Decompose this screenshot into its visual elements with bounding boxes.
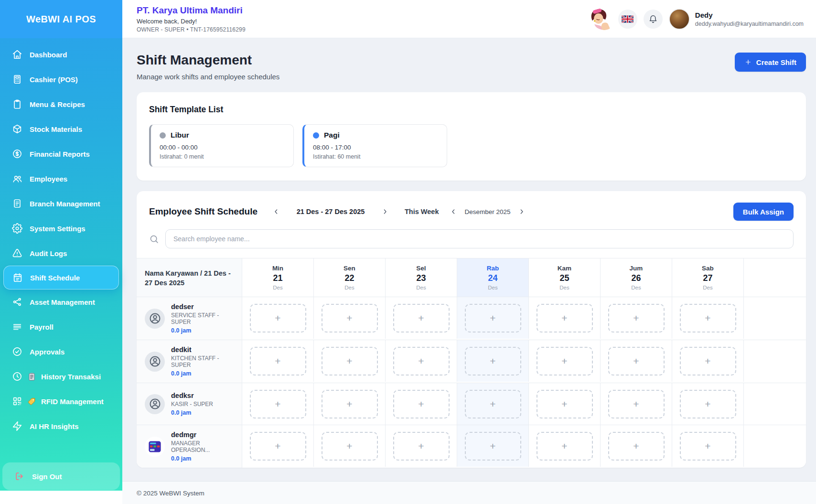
add-shift-button[interactable]: + (465, 304, 521, 332)
shift-cell-dedmgr-26: + (601, 425, 672, 467)
add-shift-button[interactable]: + (250, 390, 306, 418)
add-shift-button[interactable]: + (465, 347, 521, 375)
logout-icon (14, 471, 25, 482)
cash-lines-icon (12, 322, 22, 332)
month-prev-button[interactable] (446, 204, 461, 219)
notifications-button[interactable] (644, 10, 663, 29)
user-menu[interactable]: Dedy deddy.wahyudi@karyaultimamandiri.co… (669, 9, 804, 30)
add-shift-button[interactable]: + (680, 432, 736, 461)
add-shift-button[interactable]: + (608, 432, 665, 461)
employee-avatar (145, 437, 165, 457)
shift-cell-dedser-23: + (386, 297, 457, 339)
month-next-button[interactable] (515, 204, 529, 219)
add-shift-button[interactable]: + (393, 304, 450, 332)
create-shift-button[interactable]: Create Shift (735, 53, 806, 72)
add-shift-button[interactable]: + (322, 432, 378, 461)
employee-username: dedksr (171, 392, 213, 399)
shift-template-item[interactable]: Libur 00:00 - 00:00 Istirahat: 0 menit (149, 124, 294, 167)
add-shift-button[interactable]: + (608, 304, 665, 332)
sidebar-item-system-settings[interactable]: System Settings (0, 216, 122, 241)
add-shift-button[interactable]: + (680, 390, 736, 418)
welcome-text: Welcome back, Dedy! (137, 18, 246, 25)
sidebar-item-branch-management[interactable]: Branch Management (0, 191, 122, 216)
shift-template-list: Libur 00:00 - 00:00 Istirahat: 0 menit P… (149, 124, 794, 167)
empty-cell (744, 340, 806, 382)
employee-row-dedmgr: dedmgrMANAGER OPERASION...0.0 jam+++++++ (137, 425, 806, 468)
employee-avatar (145, 309, 165, 329)
template-break: Istirahat: 0 menit (160, 153, 285, 160)
employee-cell: dedkitKITCHEN STAFF - SUPER0.0 jam (137, 340, 242, 383)
shift-cell-dedmgr-23: + (386, 425, 457, 467)
clipboard-badge-icon (27, 372, 36, 381)
add-shift-button[interactable]: + (322, 304, 378, 332)
shift-cell-dedser-22: + (314, 297, 386, 339)
add-shift-button[interactable]: + (250, 347, 306, 375)
add-shift-button[interactable]: + (393, 347, 450, 375)
add-shift-button[interactable]: + (537, 390, 593, 418)
chevron-left-icon (450, 208, 457, 215)
shift-template-card: Shift Template List Libur 00:00 - 00:00 … (137, 92, 806, 181)
sidebar-item-employees[interactable]: Employees (0, 166, 122, 191)
employee-cell: dedmgrMANAGER OPERASION...0.0 jam (137, 425, 242, 468)
add-shift-button[interactable]: + (250, 432, 306, 461)
sidebar-item-label: System Settings (30, 225, 86, 233)
sidebar-item-label: Cashier (POS) (30, 75, 78, 84)
shift-cell-dedser-27: + (672, 297, 744, 339)
shift-cell-dedkit-22: + (314, 340, 386, 382)
shift-cell-dedksr-24: + (457, 383, 529, 425)
sidebar-item-audit-logs[interactable]: Audit Logs (0, 241, 122, 266)
sidebar-item-dashboard[interactable]: Dashboard (0, 42, 122, 67)
language-flag-button[interactable] (618, 10, 637, 29)
sidebar-item-rfid-management[interactable]: RFID Management (0, 389, 122, 414)
page-content: Shift Management Manage work shifts and … (122, 38, 816, 481)
add-shift-button[interactable]: + (680, 347, 736, 375)
sign-out-label: Sign Out (32, 472, 62, 481)
add-shift-button[interactable]: + (680, 304, 736, 332)
day-name: Rab (487, 265, 499, 272)
add-shift-button[interactable]: + (322, 347, 378, 375)
sidebar-item-label: Shift Schedule (30, 274, 80, 282)
bulk-assign-button[interactable]: Bulk Assign (733, 203, 794, 221)
sidebar-item-cashier-pos[interactable]: Cashier (POS) (0, 67, 122, 92)
sidebar-item-ai-hr-insights[interactable]: AI HR Insights (0, 414, 122, 439)
sidebar-item-approvals[interactable]: Approvals (0, 339, 122, 364)
clock-icon (12, 371, 22, 382)
day-date: 27 (703, 273, 712, 283)
add-shift-button[interactable]: + (537, 347, 593, 375)
shift-template-item[interactable]: Pagi 08:00 - 17:00 Istirahat: 60 menit (302, 124, 447, 167)
add-shift-button[interactable]: + (537, 432, 593, 461)
add-shift-button[interactable]: + (250, 304, 306, 332)
sidebar-item-payroll[interactable]: Payroll (0, 314, 122, 339)
employee-search-input[interactable] (165, 229, 794, 248)
sign-out-button[interactable]: Sign Out (2, 462, 120, 490)
template-time: 00:00 - 00:00 (160, 144, 285, 151)
day-date: 24 (488, 273, 497, 283)
template-color-dot (160, 132, 166, 139)
qr-code-icon (12, 396, 22, 407)
sidebar-item-asset-management[interactable]: Asset Management (0, 290, 122, 314)
add-shift-button[interactable]: + (608, 347, 665, 375)
add-shift-button[interactable]: + (322, 390, 378, 418)
add-shift-button[interactable]: + (608, 390, 665, 418)
shift-cell-dedmgr-21: + (242, 425, 314, 467)
sidebar-item-stock-materials[interactable]: Stock Materials (0, 117, 122, 141)
sidebar-item-financial-reports[interactable]: Financial Reports (0, 141, 122, 166)
sidebar-item-label: Dashboard (30, 51, 67, 59)
add-shift-button[interactable]: + (393, 432, 450, 461)
page-title: Shift Management (137, 53, 279, 68)
day-header-jum: Jum26Des (601, 258, 672, 297)
shift-cell-dedkit-23: + (386, 340, 457, 382)
sidebar-item-history-transaksi[interactable]: History Transaksi (0, 364, 122, 389)
add-shift-button[interactable]: + (393, 390, 450, 418)
shift-cell-dedksr-27: + (672, 383, 744, 425)
week-next-button[interactable] (378, 204, 392, 219)
add-shift-button[interactable]: + (537, 304, 593, 332)
add-shift-button[interactable]: + (465, 432, 521, 461)
add-shift-button[interactable]: + (465, 390, 521, 418)
sidebar-item-menu-recipes[interactable]: Menu & Recipes (0, 92, 122, 117)
employee-hours: 0.0 jam (171, 370, 237, 377)
week-prev-button[interactable] (269, 204, 283, 219)
this-week-button[interactable]: This Week (405, 208, 439, 215)
sidebar-item-shift-schedule[interactable]: Shift Schedule (3, 266, 119, 290)
calculator-icon (12, 74, 22, 85)
